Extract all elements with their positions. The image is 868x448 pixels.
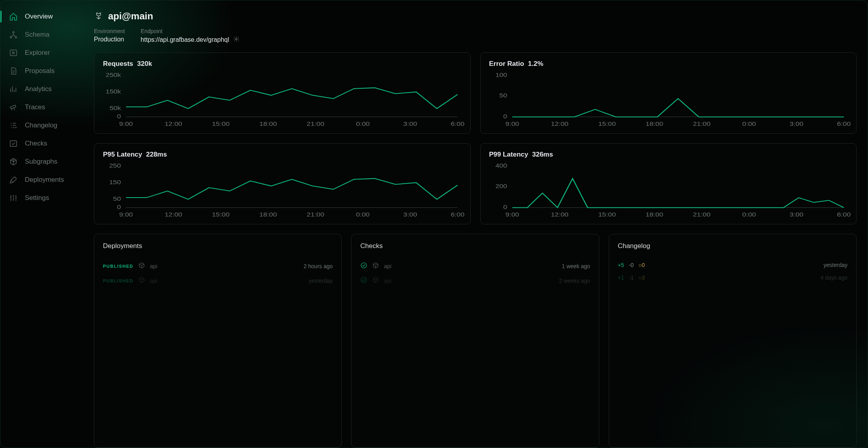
svg-text:0:00: 0:00	[356, 212, 370, 218]
svg-text:6:00: 6:00	[451, 121, 464, 127]
changelog-removed: -0	[629, 262, 634, 268]
svg-text:18:00: 18:00	[259, 212, 277, 218]
svg-text:18:00: 18:00	[645, 121, 663, 127]
svg-text:400: 400	[495, 163, 507, 169]
published-badge: PUBLISHED	[103, 264, 133, 269]
cube-icon	[372, 276, 379, 285]
sidebar-item-label: Overview	[25, 13, 53, 21]
sidebar-item-label: Settings	[25, 194, 49, 202]
svg-point-57	[361, 277, 367, 283]
telescope-icon	[9, 103, 18, 112]
deployments-card: Deployments PUBLISHED api 2 hours ago PU…	[94, 234, 342, 448]
errors-title: Error Ratio	[489, 60, 524, 67]
svg-point-56	[361, 263, 367, 268]
p99-card: P99 Latency326ms 0200400 9:0012:0015:001…	[480, 143, 857, 224]
list-item[interactable]: api 2 weeks ago	[360, 273, 590, 288]
changelog-removed: -1	[629, 274, 634, 281]
sidebar-item-subgraphs[interactable]: Subgraphs	[0, 153, 83, 171]
environment-meta: Environment Production	[94, 28, 125, 44]
check-box-icon	[9, 139, 18, 148]
svg-point-5	[236, 38, 237, 40]
deployment-time: yesterday	[309, 278, 333, 284]
sidebar-item-overview[interactable]: Overview	[0, 7, 83, 26]
changelog-title: Changelog	[618, 242, 847, 250]
svg-text:9:00: 9:00	[505, 121, 519, 127]
svg-text:250k: 250k	[106, 72, 121, 78]
errors-card: Error Ratio1.2% 050100 9:0012:0015:0018:…	[480, 52, 857, 134]
svg-text:12:00: 12:00	[165, 212, 182, 218]
document-edit-icon	[9, 67, 18, 75]
requests-value: 320k	[137, 60, 152, 67]
changelog-time: 4 days ago	[820, 274, 847, 281]
list-plus-icon	[9, 121, 18, 130]
sidebar-item-label: Changelog	[25, 121, 57, 129]
sidebar-item-label: Analytics	[25, 85, 52, 93]
deployment-name: api	[150, 278, 157, 284]
p95-title: P95 Latency	[103, 151, 142, 158]
checks-title: Checks	[360, 242, 590, 250]
cube-icon	[372, 262, 379, 270]
list-item[interactable]: +5 -0 ○0 yesterday	[618, 259, 847, 271]
check-name: api	[384, 263, 391, 269]
list-item[interactable]: PUBLISHED api 2 hours ago	[103, 259, 333, 273]
endpoint-label: Endpoint	[141, 28, 239, 34]
svg-text:0:00: 0:00	[742, 121, 756, 127]
schema-icon	[9, 30, 18, 39]
svg-rect-3	[10, 50, 17, 56]
gear-icon[interactable]	[233, 36, 239, 44]
svg-text:6:00: 6:00	[837, 121, 851, 127]
sidebar-item-checks[interactable]: Checks	[0, 134, 83, 153]
sidebar: Overview Schema Explorer Proposals Analy…	[0, 0, 83, 448]
svg-text:250: 250	[109, 163, 121, 169]
p99-chart: 0200400 9:0012:0015:0018:0021:000:003:00…	[489, 164, 848, 218]
sidebar-item-label: Traces	[25, 103, 45, 111]
check-circle-icon	[360, 276, 367, 285]
sliders-icon	[9, 194, 18, 202]
p95-value: 228ms	[146, 151, 167, 158]
svg-text:3:00: 3:00	[789, 121, 803, 127]
errors-chart: 050100 9:0012:0015:0018:0021:000:003:006…	[489, 73, 848, 128]
sidebar-item-explorer[interactable]: Explorer	[0, 44, 83, 62]
endpoint-value: https://api.grafbase.dev/graphql	[141, 36, 229, 43]
changelog-card: Changelog +5 -0 ○0 yesterday +1 -1 ○3	[609, 234, 857, 448]
svg-text:12:00: 12:00	[165, 121, 182, 127]
sidebar-item-schema[interactable]: Schema	[0, 26, 83, 44]
p95-card: P95 Latency228ms 050150250 9:0012:0015:0…	[94, 143, 471, 224]
p99-title: P99 Latency	[489, 151, 528, 158]
svg-text:150k: 150k	[106, 89, 121, 95]
endpoint-meta: Endpoint https://api.grafbase.dev/graphq…	[141, 28, 239, 44]
svg-text:0:00: 0:00	[742, 212, 756, 218]
sidebar-item-label: Proposals	[25, 67, 55, 75]
deployment-name: api	[150, 263, 157, 269]
svg-text:6:00: 6:00	[451, 212, 464, 218]
svg-text:3:00: 3:00	[403, 121, 417, 127]
sidebar-item-deployments[interactable]: Deployments	[0, 171, 83, 189]
home-icon	[9, 12, 18, 21]
cube-icon	[138, 262, 145, 270]
svg-text:15:00: 15:00	[212, 121, 230, 127]
changelog-modified: ○3	[638, 274, 645, 281]
sidebar-item-label: Schema	[25, 31, 49, 39]
changelog-modified: ○0	[638, 262, 645, 268]
sidebar-item-analytics[interactable]: Analytics	[0, 80, 83, 98]
list-item[interactable]: PUBLISHED api yesterday	[103, 273, 333, 288]
sidebar-item-label: Deployments	[25, 176, 64, 184]
cube-icon	[9, 157, 18, 166]
page-title: api@main	[108, 11, 153, 22]
sidebar-item-proposals[interactable]: Proposals	[0, 62, 83, 80]
bar-chart-icon	[9, 85, 18, 93]
p99-value: 326ms	[532, 151, 553, 158]
sidebar-item-settings[interactable]: Settings	[0, 189, 83, 207]
environment-value: Production	[94, 36, 125, 43]
sidebar-item-changelog[interactable]: Changelog	[0, 116, 83, 134]
svg-text:21:00: 21:00	[307, 121, 324, 127]
svg-text:50: 50	[499, 93, 507, 99]
svg-text:9:00: 9:00	[119, 212, 133, 218]
sidebar-item-traces[interactable]: Traces	[0, 98, 83, 116]
p95-chart: 050150250 9:0012:0015:0018:0021:000:003:…	[103, 164, 462, 218]
check-circle-icon	[360, 262, 367, 270]
svg-text:18:00: 18:00	[645, 212, 663, 218]
list-item[interactable]: +1 -1 ○3 4 days ago	[618, 271, 847, 284]
svg-text:0:00: 0:00	[356, 121, 370, 127]
list-item[interactable]: api 1 week ago	[360, 259, 590, 273]
